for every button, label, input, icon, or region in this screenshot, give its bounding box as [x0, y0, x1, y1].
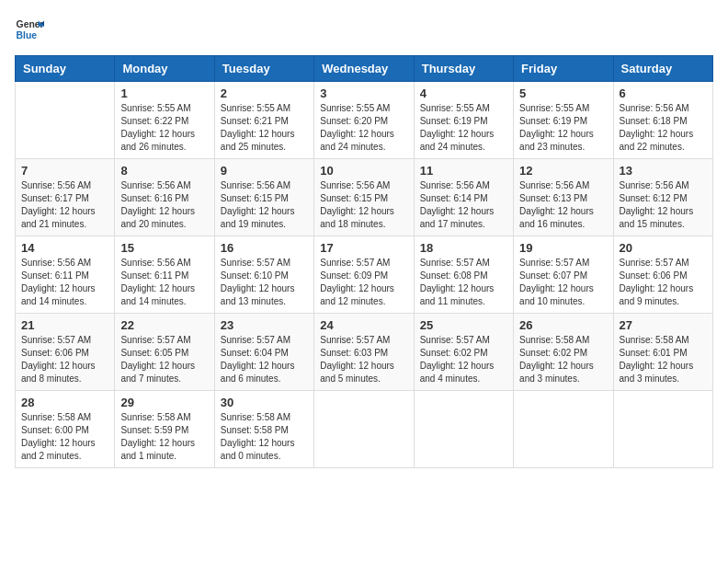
calendar-week-row: 7Sunrise: 5:56 AM Sunset: 6:17 PM Daylig… — [16, 159, 713, 236]
day-info: Sunrise: 5:55 AM Sunset: 6:19 PM Dayligh… — [420, 102, 507, 154]
day-number: 9 — [221, 164, 308, 178]
day-number: 1 — [120, 86, 208, 100]
calendar-week-row: 1Sunrise: 5:55 AM Sunset: 6:22 PM Daylig… — [16, 82, 713, 159]
calendar-cell: 25Sunrise: 5:57 AM Sunset: 6:02 PM Dayli… — [414, 314, 513, 391]
calendar-cell: 7Sunrise: 5:56 AM Sunset: 6:17 PM Daylig… — [16, 159, 115, 236]
day-info: Sunrise: 5:57 AM Sunset: 6:06 PM Dayligh… — [620, 257, 707, 308]
day-number: 29 — [120, 396, 208, 409]
day-info: Sunrise: 5:55 AM Sunset: 6:22 PM Dayligh… — [120, 102, 208, 154]
day-number: 17 — [320, 241, 407, 255]
day-number: 27 — [620, 318, 707, 332]
calendar-cell: 16Sunrise: 5:57 AM Sunset: 6:10 PM Dayli… — [214, 236, 313, 314]
calendar-cell: 9Sunrise: 5:56 AM Sunset: 6:15 PM Daylig… — [214, 159, 313, 236]
day-number: 21 — [21, 318, 108, 332]
day-info: Sunrise: 5:56 AM Sunset: 6:18 PM Dayligh… — [620, 102, 707, 154]
weekday-header-row: SundayMondayTuesdayWednesdayThursdayFrid… — [16, 56, 713, 82]
calendar-cell: 30Sunrise: 5:58 AM Sunset: 5:58 PM Dayli… — [214, 391, 313, 468]
day-number: 14 — [21, 241, 108, 255]
calendar-cell: 22Sunrise: 5:57 AM Sunset: 6:05 PM Dayli… — [115, 314, 214, 391]
day-info: Sunrise: 5:56 AM Sunset: 6:11 PM Dayligh… — [21, 257, 108, 308]
weekday-header-cell: Tuesday — [214, 56, 313, 82]
day-number: 6 — [620, 86, 707, 100]
day-info: Sunrise: 5:56 AM Sunset: 6:11 PM Dayligh… — [120, 257, 208, 308]
calendar-cell: 8Sunrise: 5:56 AM Sunset: 6:16 PM Daylig… — [115, 159, 214, 236]
day-info: Sunrise: 5:57 AM Sunset: 6:09 PM Dayligh… — [320, 257, 407, 308]
calendar-cell — [16, 82, 115, 159]
calendar-cell: 12Sunrise: 5:56 AM Sunset: 6:13 PM Dayli… — [514, 159, 613, 236]
calendar-cell: 11Sunrise: 5:56 AM Sunset: 6:14 PM Dayli… — [414, 159, 513, 236]
day-info: Sunrise: 5:55 AM Sunset: 6:19 PM Dayligh… — [519, 102, 607, 154]
calendar-cell: 21Sunrise: 5:57 AM Sunset: 6:06 PM Dayli… — [16, 314, 115, 391]
weekday-header-cell: Saturday — [613, 56, 712, 82]
day-info: Sunrise: 5:56 AM Sunset: 6:13 PM Dayligh… — [519, 179, 607, 231]
day-number: 24 — [320, 318, 407, 332]
calendar-cell: 27Sunrise: 5:58 AM Sunset: 6:01 PM Dayli… — [613, 314, 712, 391]
day-number: 16 — [221, 241, 308, 255]
day-number: 23 — [221, 318, 308, 332]
day-info: Sunrise: 5:56 AM Sunset: 6:12 PM Dayligh… — [620, 179, 707, 231]
day-info: Sunrise: 5:58 AM Sunset: 5:58 PM Dayligh… — [221, 411, 308, 463]
day-number: 11 — [420, 164, 507, 178]
weekday-header-cell: Sunday — [16, 56, 115, 82]
day-info: Sunrise: 5:56 AM Sunset: 6:14 PM Dayligh… — [420, 179, 507, 231]
calendar-cell: 14Sunrise: 5:56 AM Sunset: 6:11 PM Dayli… — [16, 236, 115, 314]
weekday-header-cell: Wednesday — [314, 56, 414, 82]
calendar-cell — [613, 391, 712, 468]
day-number: 12 — [519, 164, 607, 178]
day-number: 7 — [21, 164, 108, 178]
svg-text:Blue: Blue — [17, 30, 38, 40]
calendar-cell: 3Sunrise: 5:55 AM Sunset: 6:20 PM Daylig… — [314, 82, 414, 159]
day-number: 2 — [221, 86, 308, 100]
calendar-cell: 1Sunrise: 5:55 AM Sunset: 6:22 PM Daylig… — [115, 82, 214, 159]
day-info: Sunrise: 5:58 AM Sunset: 6:02 PM Dayligh… — [519, 334, 607, 385]
calendar-cell: 24Sunrise: 5:57 AM Sunset: 6:03 PM Dayli… — [314, 314, 414, 391]
day-info: Sunrise: 5:58 AM Sunset: 5:59 PM Dayligh… — [120, 411, 208, 463]
calendar-week-row: 14Sunrise: 5:56 AM Sunset: 6:11 PM Dayli… — [16, 236, 713, 314]
logo: General Blue — [15, 15, 44, 44]
calendar-cell: 19Sunrise: 5:57 AM Sunset: 6:07 PM Dayli… — [514, 236, 613, 314]
day-info: Sunrise: 5:56 AM Sunset: 6:16 PM Dayligh… — [120, 179, 208, 231]
day-info: Sunrise: 5:57 AM Sunset: 6:08 PM Dayligh… — [420, 257, 507, 308]
day-number: 13 — [620, 164, 707, 178]
day-number: 20 — [620, 241, 707, 255]
calendar-cell: 5Sunrise: 5:55 AM Sunset: 6:19 PM Daylig… — [514, 82, 613, 159]
calendar-cell: 29Sunrise: 5:58 AM Sunset: 5:59 PM Dayli… — [115, 391, 214, 468]
day-number: 30 — [221, 396, 308, 409]
day-info: Sunrise: 5:57 AM Sunset: 6:05 PM Dayligh… — [120, 334, 208, 385]
calendar-cell — [414, 391, 513, 468]
page-header: General Blue — [15, 15, 713, 44]
calendar-body: 1Sunrise: 5:55 AM Sunset: 6:22 PM Daylig… — [16, 82, 713, 468]
calendar-cell: 17Sunrise: 5:57 AM Sunset: 6:09 PM Dayli… — [314, 236, 414, 314]
calendar-table: SundayMondayTuesdayWednesdayThursdayFrid… — [15, 55, 713, 468]
day-number: 22 — [120, 318, 208, 332]
day-number: 19 — [519, 241, 607, 255]
day-number: 18 — [420, 241, 507, 255]
calendar-cell: 15Sunrise: 5:56 AM Sunset: 6:11 PM Dayli… — [115, 236, 214, 314]
logo-icon: General Blue — [15, 15, 44, 44]
day-number: 8 — [120, 164, 208, 178]
day-info: Sunrise: 5:56 AM Sunset: 6:15 PM Dayligh… — [221, 179, 308, 231]
day-info: Sunrise: 5:56 AM Sunset: 6:15 PM Dayligh… — [320, 179, 407, 231]
day-number: 3 — [320, 86, 407, 100]
day-number: 10 — [320, 164, 407, 178]
weekday-header-cell: Monday — [115, 56, 214, 82]
weekday-header-cell: Thursday — [414, 56, 513, 82]
calendar-cell: 4Sunrise: 5:55 AM Sunset: 6:19 PM Daylig… — [414, 82, 513, 159]
day-info: Sunrise: 5:56 AM Sunset: 6:17 PM Dayligh… — [21, 179, 108, 231]
calendar-cell: 23Sunrise: 5:57 AM Sunset: 6:04 PM Dayli… — [214, 314, 313, 391]
day-info: Sunrise: 5:57 AM Sunset: 6:06 PM Dayligh… — [21, 334, 108, 385]
calendar-week-row: 21Sunrise: 5:57 AM Sunset: 6:06 PM Dayli… — [16, 314, 713, 391]
day-info: Sunrise: 5:57 AM Sunset: 6:03 PM Dayligh… — [320, 334, 407, 385]
calendar-week-row: 28Sunrise: 5:58 AM Sunset: 6:00 PM Dayli… — [16, 391, 713, 468]
day-number: 25 — [420, 318, 507, 332]
day-info: Sunrise: 5:55 AM Sunset: 6:21 PM Dayligh… — [221, 102, 308, 154]
weekday-header-cell: Friday — [514, 56, 613, 82]
day-number: 26 — [519, 318, 607, 332]
day-number: 4 — [420, 86, 507, 100]
day-info: Sunrise: 5:57 AM Sunset: 6:10 PM Dayligh… — [221, 257, 308, 308]
day-info: Sunrise: 5:55 AM Sunset: 6:20 PM Dayligh… — [320, 102, 407, 154]
calendar-cell: 10Sunrise: 5:56 AM Sunset: 6:15 PM Dayli… — [314, 159, 414, 236]
calendar-cell: 26Sunrise: 5:58 AM Sunset: 6:02 PM Dayli… — [514, 314, 613, 391]
calendar-cell — [314, 391, 414, 468]
calendar-cell: 6Sunrise: 5:56 AM Sunset: 6:18 PM Daylig… — [613, 82, 712, 159]
